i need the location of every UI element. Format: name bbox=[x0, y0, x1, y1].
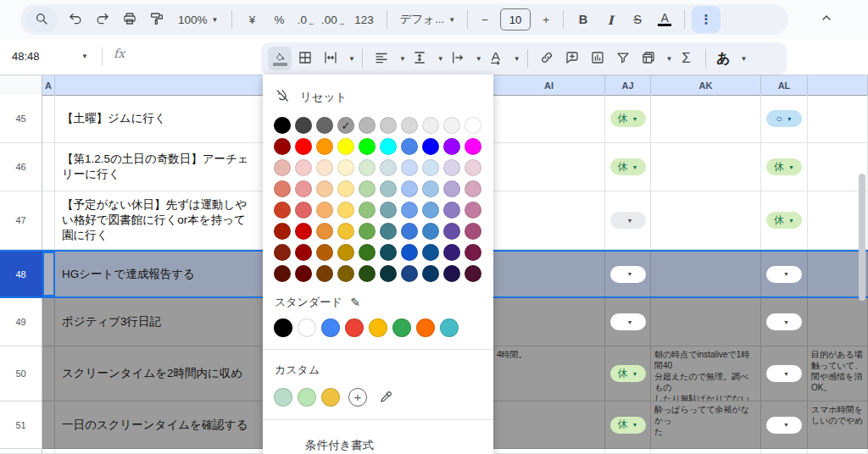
color-swatch[interactable] bbox=[316, 244, 333, 261]
color-swatch[interactable] bbox=[274, 388, 292, 407]
conditional-formatting-item[interactable]: 条件付き書式 bbox=[263, 432, 493, 454]
increase-decimals-button[interactable]: .00→ bbox=[320, 7, 346, 32]
cell-A49[interactable] bbox=[42, 298, 55, 346]
color-swatch[interactable] bbox=[337, 138, 354, 155]
insert-comment-button[interactable] bbox=[560, 47, 584, 70]
decrease-decimals-button[interactable]: .0← bbox=[293, 7, 319, 32]
chevron-down-icon[interactable]: ▼ bbox=[399, 55, 406, 63]
color-swatch[interactable] bbox=[380, 159, 397, 176]
color-swatch[interactable] bbox=[369, 318, 387, 337]
dropdown-chip[interactable]: ▼ bbox=[610, 212, 646, 229]
insert-link-button[interactable] bbox=[535, 47, 559, 70]
color-swatch[interactable] bbox=[295, 159, 312, 176]
color-swatch[interactable] bbox=[337, 223, 354, 240]
color-swatch[interactable] bbox=[422, 223, 439, 240]
eyedropper-button[interactable] bbox=[372, 386, 394, 407]
column-header-AL[interactable]: AL bbox=[761, 75, 808, 96]
text-wrap-button[interactable] bbox=[446, 47, 470, 70]
color-swatch[interactable] bbox=[359, 180, 376, 197]
dropdown-chip[interactable]: 休▼ bbox=[610, 158, 646, 175]
color-swatch[interactable] bbox=[422, 202, 439, 219]
chevron-down-icon[interactable]: ▼ bbox=[476, 55, 482, 63]
cell-AM51[interactable]: スマホ時間を しいのでやめ bbox=[808, 401, 868, 449]
color-swatch[interactable] bbox=[337, 180, 354, 197]
color-swatch[interactable] bbox=[443, 223, 460, 240]
color-swatch[interactable] bbox=[337, 265, 354, 282]
row-header-49[interactable]: 49 bbox=[0, 298, 42, 346]
bold-button[interactable]: B bbox=[570, 7, 596, 32]
collapse-toolbar-button[interactable] bbox=[814, 7, 839, 32]
color-swatch[interactable] bbox=[465, 138, 481, 155]
column-header-A[interactable]: A bbox=[42, 75, 55, 96]
currency-format-button[interactable]: ¥ bbox=[239, 7, 264, 32]
color-swatch[interactable] bbox=[443, 138, 460, 155]
edit-pencil-icon[interactable]: ✎ bbox=[351, 296, 361, 309]
color-swatch[interactable] bbox=[422, 244, 439, 261]
color-swatch[interactable] bbox=[274, 265, 291, 282]
menus-search-button[interactable] bbox=[25, 7, 58, 32]
dropdown-chip[interactable]: ▼ bbox=[766, 313, 802, 330]
color-swatch[interactable]: ✓ bbox=[337, 117, 354, 134]
dropdown-chip[interactable]: 休▼ bbox=[766, 158, 802, 175]
color-swatch[interactable] bbox=[443, 202, 460, 219]
dropdown-chip[interactable]: 休▼ bbox=[610, 365, 646, 382]
color-swatch[interactable] bbox=[401, 159, 418, 176]
color-swatch[interactable] bbox=[316, 138, 333, 155]
decrease-font-size-button[interactable]: − bbox=[475, 7, 495, 32]
color-swatch[interactable] bbox=[295, 244, 312, 261]
cell-A46[interactable] bbox=[42, 143, 55, 191]
color-swatch[interactable] bbox=[440, 318, 459, 337]
color-swatch[interactable] bbox=[274, 223, 291, 240]
color-swatch[interactable] bbox=[274, 202, 291, 219]
color-swatch[interactable] bbox=[359, 117, 376, 134]
dropdown-chip[interactable]: ▼ bbox=[610, 266, 646, 283]
color-swatch[interactable] bbox=[274, 244, 291, 261]
color-swatch[interactable] bbox=[316, 223, 333, 240]
color-swatch[interactable] bbox=[401, 117, 418, 134]
dropdown-chip[interactable]: 休▼ bbox=[610, 417, 646, 434]
color-swatch[interactable] bbox=[337, 202, 354, 219]
color-swatch[interactable] bbox=[380, 117, 397, 134]
merge-cells-button[interactable] bbox=[319, 47, 342, 70]
cell-AI49[interactable] bbox=[493, 298, 605, 346]
chevron-down-icon[interactable]: ▼ bbox=[348, 55, 355, 63]
chevron-down-icon[interactable]: ▼ bbox=[514, 55, 520, 63]
color-swatch[interactable] bbox=[295, 265, 312, 282]
cell-AI48[interactable] bbox=[493, 252, 605, 296]
font-select[interactable]: デフォ... ▼ bbox=[394, 12, 460, 27]
color-swatch[interactable] bbox=[443, 265, 460, 282]
row-header-51[interactable]: 51 bbox=[0, 401, 42, 449]
cell-AM49[interactable] bbox=[808, 298, 868, 346]
color-swatch[interactable] bbox=[274, 180, 291, 197]
cell-AM45[interactable] bbox=[808, 95, 868, 143]
redo-button[interactable] bbox=[90, 7, 115, 32]
color-swatch[interactable] bbox=[295, 117, 312, 134]
color-swatch[interactable] bbox=[422, 117, 439, 134]
cell-AM50[interactable]: 目的がある場 触っていて、 間や感情を消 OK。 bbox=[808, 346, 868, 401]
color-swatch[interactable] bbox=[295, 223, 312, 240]
color-swatch[interactable] bbox=[422, 138, 439, 155]
color-swatch[interactable] bbox=[274, 159, 291, 176]
color-swatch[interactable] bbox=[380, 138, 397, 155]
color-swatch[interactable] bbox=[359, 244, 376, 261]
cell-AK47[interactable] bbox=[651, 191, 761, 250]
color-swatch[interactable] bbox=[316, 202, 333, 219]
dropdown-chip[interactable]: ○▼ bbox=[766, 110, 802, 127]
color-swatch[interactable] bbox=[465, 244, 481, 261]
cell-AI47[interactable] bbox=[493, 191, 605, 250]
italic-button[interactable]: I bbox=[598, 7, 623, 32]
color-swatch[interactable] bbox=[416, 318, 435, 337]
color-swatch[interactable] bbox=[380, 180, 397, 197]
color-swatch[interactable] bbox=[443, 180, 460, 197]
color-swatch[interactable] bbox=[295, 202, 312, 219]
color-swatch[interactable] bbox=[401, 138, 418, 155]
color-swatch[interactable] bbox=[443, 159, 460, 176]
strikethrough-button[interactable]: S bbox=[625, 7, 650, 32]
color-swatch[interactable] bbox=[274, 138, 291, 155]
cell-A47[interactable] bbox=[42, 191, 55, 250]
column-header-partial[interactable] bbox=[808, 75, 868, 96]
cell-AK48[interactable] bbox=[651, 252, 761, 296]
color-swatch[interactable] bbox=[422, 265, 439, 282]
color-swatch[interactable] bbox=[298, 388, 316, 407]
font-size-input[interactable]: 10 bbox=[500, 8, 531, 30]
